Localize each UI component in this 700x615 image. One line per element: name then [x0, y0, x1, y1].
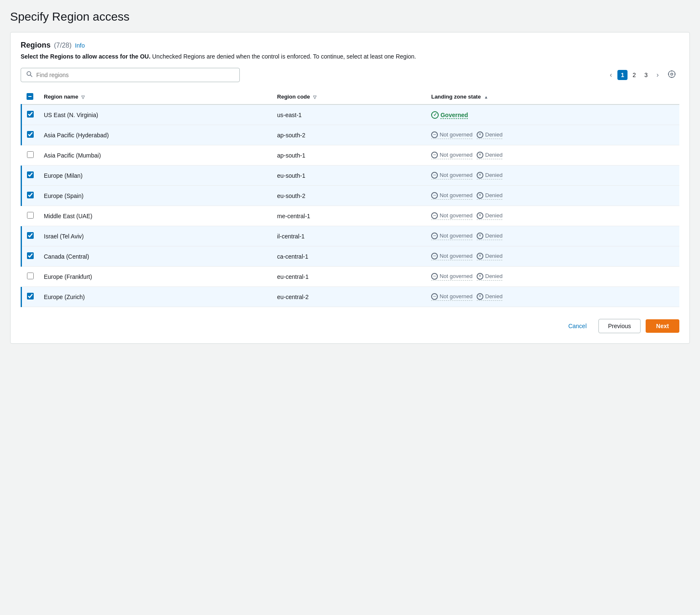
row-checkbox-cell[interactable] [21, 125, 39, 145]
denied-badge: Denied [477, 172, 502, 179]
not-governed-badge: Not governed [431, 253, 472, 260]
denied-icon [477, 131, 483, 138]
not-governed-badge: Not governed [431, 233, 472, 240]
row-landing-zone-state: Not governed Denied [426, 186, 679, 206]
row-checkbox[interactable] [27, 212, 34, 219]
search-box[interactable] [21, 68, 240, 82]
denied-icon [477, 253, 483, 259]
denied-badge: Denied [477, 152, 502, 159]
denied-badge: Denied [477, 253, 502, 260]
not-governed-icon [431, 293, 438, 300]
pagination-page-1[interactable]: 1 [617, 70, 628, 80]
not-governed-icon [431, 192, 438, 199]
not-governed-badge: Not governed [431, 172, 472, 179]
denied-icon [477, 152, 483, 158]
state-badges: Not governed Denied [431, 293, 674, 301]
denied-icon [477, 293, 483, 300]
row-region-name: Asia Pacific (Mumbai) [39, 145, 272, 166]
denied-badge: Denied [477, 293, 502, 301]
governed-label: Governed [440, 112, 468, 118]
pagination-next-btn[interactable]: › [653, 70, 662, 80]
pagination-page-3[interactable]: 3 [641, 70, 651, 80]
row-checkbox-cell[interactable] [21, 226, 39, 246]
row-checkbox[interactable] [27, 131, 34, 138]
row-checkbox-cell[interactable] [21, 206, 39, 226]
not-governed-icon [431, 273, 438, 280]
row-checkbox[interactable] [27, 192, 34, 198]
row-checkbox[interactable] [27, 273, 34, 279]
regions-desc-bold: Select the Regions to allow access for t… [21, 53, 150, 60]
row-checkbox[interactable] [27, 252, 34, 259]
state-badges: Not governed Denied [431, 192, 674, 200]
next-button[interactable]: Next [646, 319, 679, 333]
regions-description: Select the Regions to allow access for t… [21, 52, 679, 61]
governed-badge: ✓ Governed [431, 111, 674, 119]
previous-button[interactable]: Previous [598, 319, 641, 333]
state-badges: Not governed Denied [431, 273, 674, 281]
col-region-code[interactable]: Region code ▽ [272, 89, 426, 104]
row-checkbox[interactable] [27, 111, 34, 118]
settings-icon[interactable] [664, 68, 679, 82]
row-landing-zone-state: ✓ Governed [426, 104, 679, 125]
row-checkbox-cell[interactable] [21, 145, 39, 166]
denied-icon [477, 172, 483, 179]
row-landing-zone-state: Not governed Denied [426, 125, 679, 145]
row-checkbox-cell[interactable] [21, 166, 39, 186]
pagination-prev-btn[interactable]: ‹ [606, 70, 616, 80]
regions-title: Regions [21, 41, 51, 50]
col-region-name[interactable]: Region name ▽ [39, 89, 272, 104]
row-checkbox-cell[interactable] [21, 246, 39, 267]
table-row: Asia Pacific (Hyderabad)ap-south-2 Not g… [21, 125, 680, 145]
svg-line-1 [30, 75, 32, 77]
regions-header: Regions (7/28) Info [21, 41, 679, 50]
row-region-name: Asia Pacific (Hyderabad) [39, 125, 272, 145]
denied-icon [477, 233, 483, 239]
col-landing-zone-state[interactable]: Landing zone state ▲ [426, 89, 679, 104]
regions-count: (7/28) [54, 42, 72, 49]
not-governed-badge: Not governed [431, 212, 472, 220]
table-row: US East (N. Virginia)us-east-1 ✓ Governe… [21, 104, 680, 125]
row-region-code: eu-central-1 [272, 267, 426, 287]
row-region-name: Europe (Milan) [39, 166, 272, 186]
row-region-code: ca-central-1 [272, 246, 426, 267]
pagination-page-2[interactable]: 2 [629, 70, 639, 80]
row-checkbox[interactable] [27, 293, 34, 299]
not-governed-badge: Not governed [431, 192, 472, 200]
table-row: Israel (Tel Aviv)il-central-1 Not govern… [21, 226, 680, 246]
row-landing-zone-state: Not governed Denied [426, 287, 679, 307]
search-pagination-row: ‹ 1 2 3 › [21, 68, 679, 82]
row-checkbox-cell[interactable] [21, 104, 39, 125]
header-checkbox-minus[interactable] [27, 93, 33, 100]
denied-badge: Denied [477, 192, 502, 200]
denied-icon [477, 273, 483, 280]
row-landing-zone-state: Not governed Denied [426, 145, 679, 166]
not-governed-icon [431, 233, 438, 239]
header-checkbox-cell[interactable] [21, 89, 39, 104]
row-checkbox-cell[interactable] [21, 186, 39, 206]
cancel-button[interactable]: Cancel [561, 319, 593, 333]
search-input[interactable] [36, 72, 234, 78]
state-badges: Not governed Denied [431, 253, 674, 260]
row-checkbox[interactable] [27, 151, 34, 158]
row-region-code: ap-south-1 [272, 145, 426, 166]
row-region-code: eu-south-1 [272, 166, 426, 186]
row-checkbox-cell[interactable] [21, 267, 39, 287]
row-landing-zone-state: Not governed Denied [426, 226, 679, 246]
governed-check-icon: ✓ [431, 111, 439, 119]
state-badges: Not governed Denied [431, 131, 674, 139]
not-governed-icon [431, 212, 438, 219]
row-checkbox[interactable] [27, 171, 34, 178]
pagination: ‹ 1 2 3 › [606, 68, 679, 82]
row-landing-zone-state: Not governed Denied [426, 166, 679, 186]
row-region-code: eu-south-2 [272, 186, 426, 206]
info-link[interactable]: Info [75, 42, 85, 49]
row-checkbox[interactable] [27, 232, 34, 239]
not-governed-badge: Not governed [431, 152, 472, 159]
row-region-code: eu-central-2 [272, 287, 426, 307]
landing-zone-sort-icon: ▲ [484, 95, 488, 99]
region-code-sort-icon: ▽ [313, 95, 316, 99]
row-checkbox-cell[interactable] [21, 287, 39, 307]
svg-point-3 [671, 73, 673, 75]
table-row: Europe (Spain)eu-south-2 Not governed De… [21, 186, 680, 206]
page-title: Specify Region access [10, 10, 690, 24]
